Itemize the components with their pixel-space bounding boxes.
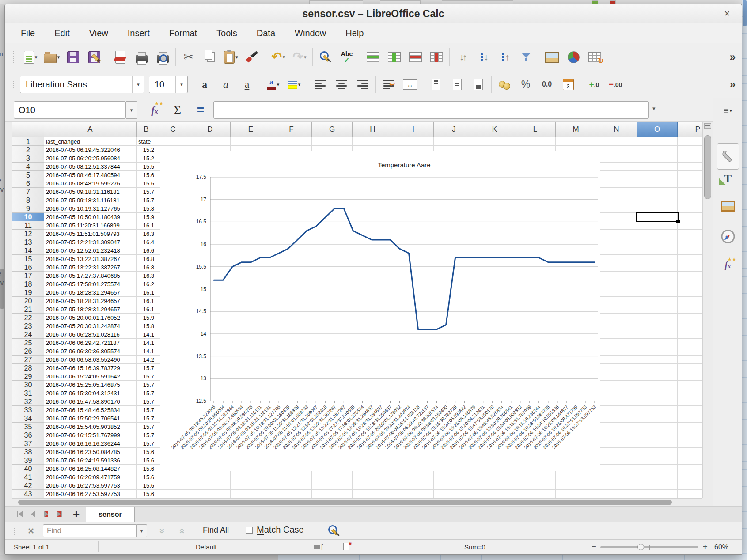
- title-bar[interactable]: sensor.csv – LibreOffice Calc ×: [5, 4, 742, 24]
- underline-button[interactable]: a: [236, 74, 258, 95]
- cell-A31[interactable]: 2016-07-06 15:30:04.312431: [46, 389, 135, 397]
- open-button[interactable]: ▾: [41, 46, 62, 68]
- cell-B28[interactable]: 15.7: [137, 364, 154, 372]
- row-header-43[interactable]: 43: [12, 490, 44, 498]
- column-header-A[interactable]: A: [44, 122, 137, 137]
- vertical-scrollbar-thumb[interactable]: [704, 135, 711, 199]
- cell-A5[interactable]: 2016-07-05 08:46:17.480594: [46, 171, 135, 179]
- new-document-button[interactable]: ▾: [20, 46, 41, 68]
- dropdown-arrow-icon[interactable]: ▾: [57, 54, 60, 60]
- find-history-dropdown-icon[interactable]: ▾: [137, 524, 147, 537]
- cell-B15[interactable]: 16.8: [137, 255, 154, 263]
- find-input[interactable]: [43, 524, 137, 537]
- font-name-dropdown-icon[interactable]: ▾: [132, 76, 144, 93]
- cell-B7[interactable]: 15.7: [137, 188, 154, 196]
- cell-B13[interactable]: 16.4: [137, 238, 154, 246]
- row-header-32[interactable]: 32: [12, 397, 44, 406]
- cell-B30[interactable]: 15.7: [137, 381, 154, 389]
- paste-button[interactable]: ▾: [220, 46, 242, 68]
- insert-columns-before-button[interactable]: [383, 46, 405, 68]
- cell-B10[interactable]: 15.9: [137, 213, 154, 221]
- cell-A26[interactable]: 2016-07-06 06:30:36.805574: [46, 347, 135, 356]
- cell-B34[interactable]: 15.7: [137, 414, 154, 423]
- insert-rows-above-button[interactable]: [362, 46, 383, 68]
- row-header-7[interactable]: 7: [12, 188, 44, 196]
- cell-A15[interactable]: 2016-07-05 13:22:31.387267: [46, 255, 135, 263]
- cell-B6[interactable]: 15.6: [137, 179, 154, 188]
- name-box[interactable]: [14, 101, 126, 119]
- cell-A13[interactable]: 2016-07-05 12:21:31.309047: [46, 238, 135, 246]
- row-header-11[interactable]: 11: [12, 221, 44, 230]
- dropdown-arrow-icon[interactable]: ▾: [35, 54, 38, 60]
- row-header-16[interactable]: 16: [12, 263, 44, 272]
- cell-A2[interactable]: 2016-07-05 06:19:45.322046: [46, 146, 135, 154]
- sidebar-sidebar-settings-button[interactable]: ≡▾: [724, 106, 732, 115]
- cell-A14[interactable]: 2016-07-05 12:52:01.232418: [46, 246, 135, 255]
- export-pdf-button[interactable]: [110, 46, 131, 68]
- column-header-H[interactable]: H: [353, 122, 393, 137]
- column-header-D[interactable]: D: [190, 122, 231, 137]
- cell-B1[interactable]: state: [137, 137, 154, 146]
- cell-A22[interactable]: 2016-07-05 20:00:01.176052: [46, 314, 135, 322]
- sort-button[interactable]: ↓↑: [452, 46, 473, 68]
- zoom-in-button[interactable]: +: [703, 542, 708, 552]
- row-header-21[interactable]: 21: [12, 305, 44, 314]
- cell-A16[interactable]: 2016-07-05 13:22:31.387267: [46, 263, 135, 272]
- horizontal-scrollbar-thumb[interactable]: [18, 500, 672, 505]
- row-header-36[interactable]: 36: [12, 431, 44, 439]
- wrap-text-button[interactable]: ↩: [378, 74, 399, 95]
- pivot-table-button[interactable]: ↻: [584, 46, 605, 68]
- row-header-40[interactable]: 40: [12, 465, 44, 473]
- column-header-F[interactable]: F: [271, 122, 312, 137]
- cell-B21[interactable]: 16.1: [137, 305, 154, 314]
- highlighting-color-button[interactable]: ▾: [284, 74, 305, 95]
- cell-A39[interactable]: 2016-07-06 16:24:19.591336: [46, 456, 135, 465]
- zoom-slider-thumb[interactable]: [637, 544, 644, 550]
- row-header-23[interactable]: 23: [12, 322, 44, 330]
- row-header-37[interactable]: 37: [12, 439, 44, 448]
- column-header-G[interactable]: G: [312, 122, 353, 137]
- cell-A20[interactable]: 2016-07-05 18:28:31.294657: [46, 297, 135, 305]
- dropdown-arrow-icon[interactable]: ▾: [304, 54, 307, 60]
- cell-A19[interactable]: 2016-07-05 18:28:31.294657: [46, 288, 135, 297]
- cell-A18[interactable]: 2016-07-05 17:58:01.275574: [46, 280, 135, 288]
- formula-button[interactable]: =: [190, 101, 211, 119]
- date-button[interactable]: 3: [557, 74, 579, 95]
- center-vertically-button[interactable]: [447, 74, 468, 95]
- align-bottom-button[interactable]: [468, 74, 489, 95]
- cell-B24[interactable]: 14.1: [137, 330, 154, 339]
- select-all-corner[interactable]: [12, 122, 44, 137]
- menu-window[interactable]: Window: [288, 26, 333, 40]
- cell-A38[interactable]: 2016-07-06 16:23:50.084785: [46, 448, 135, 456]
- cell-B20[interactable]: 16.1: [137, 297, 154, 305]
- cell-B27[interactable]: 14.2: [137, 356, 154, 364]
- row-header-9[interactable]: 9: [12, 204, 44, 213]
- column-header-M[interactable]: M: [556, 122, 596, 137]
- row-header-4[interactable]: 4: [12, 163, 44, 171]
- menu-format[interactable]: Format: [162, 26, 204, 40]
- cell-B40[interactable]: 15.6: [137, 465, 154, 473]
- cell-A36[interactable]: 2016-07-06 16:15:51.767999: [46, 431, 135, 439]
- cell-A27[interactable]: 2016-07-06 06:58:03.552490: [46, 356, 135, 364]
- column-header-K[interactable]: K: [474, 122, 515, 137]
- column-header-E[interactable]: E: [231, 122, 271, 137]
- cell-B23[interactable]: 15.8: [137, 322, 154, 330]
- cell-A32[interactable]: 2016-07-06 15:47:58.890170: [46, 397, 135, 406]
- cell-A12[interactable]: 2016-07-05 11:51:01.509793: [46, 230, 135, 238]
- match-case-label[interactable]: Match Case: [257, 525, 304, 535]
- document-modified-button[interactable]: *: [343, 543, 352, 550]
- add-decimal-button[interactable]: +.0: [584, 74, 605, 95]
- spelling-button[interactable]: Abc✓: [336, 46, 357, 68]
- sidebar-properties-button[interactable]: [717, 143, 739, 170]
- insert-chart-button[interactable]: [563, 46, 584, 68]
- cell-B14[interactable]: 16.6: [137, 246, 154, 255]
- row-header-26[interactable]: 26: [12, 347, 44, 356]
- row-header-35[interactable]: 35: [12, 423, 44, 431]
- row-header-34[interactable]: 34: [12, 414, 44, 423]
- row-header-14[interactable]: 14: [12, 246, 44, 255]
- page-style-label[interactable]: Default: [196, 543, 217, 551]
- cell-B12[interactable]: 16.3: [137, 230, 154, 238]
- menu-view[interactable]: View: [82, 26, 115, 40]
- cell-B22[interactable]: 15.9: [137, 314, 154, 322]
- menu-tools[interactable]: Tools: [209, 26, 244, 40]
